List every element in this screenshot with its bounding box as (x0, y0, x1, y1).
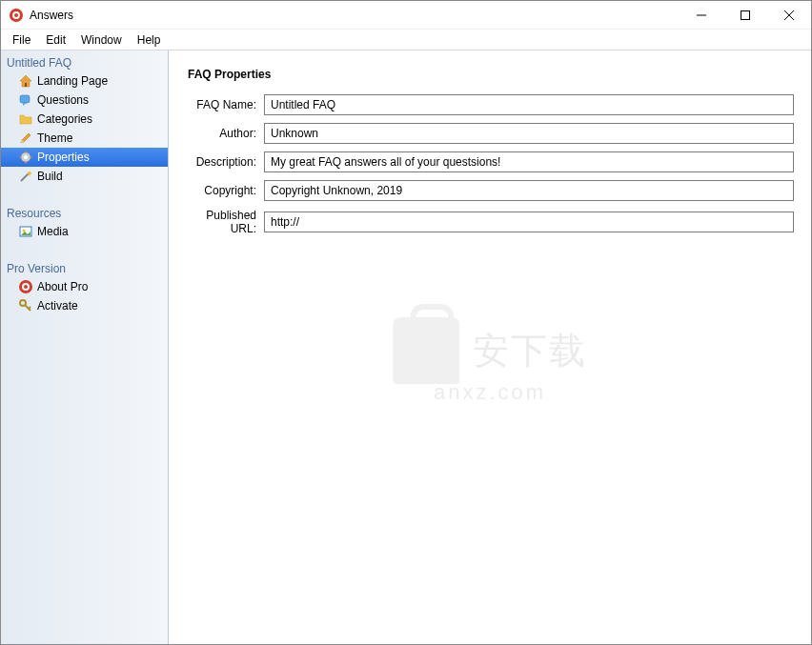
sidebar-item-about-pro[interactable]: About Pro (1, 277, 168, 296)
sidebar-item-label: Questions (37, 93, 89, 107)
menu-window[interactable]: Window (73, 31, 130, 49)
sidebar-section-faq: Untitled FAQ (1, 54, 168, 71)
sidebar-section-resources: Resources (1, 205, 168, 222)
window-controls (680, 1, 811, 30)
main-panel: FAQ Properties FAQ Name: Author: Descrip… (169, 50, 811, 644)
content-area: Untitled FAQ Landing Page Questions Cate… (1, 50, 811, 644)
svg-point-10 (24, 155, 28, 159)
row-author: Author: (188, 123, 794, 144)
window-title: Answers (30, 9, 680, 22)
about-pro-icon (18, 279, 33, 294)
input-author[interactable] (264, 123, 794, 144)
label-description: Description: (188, 155, 264, 169)
menubar: File Edit Window Help (1, 30, 811, 50)
sidebar-item-categories[interactable]: Categories (1, 110, 168, 129)
input-copyright[interactable] (264, 180, 794, 201)
watermark-bag-icon (393, 317, 459, 384)
gear-icon (18, 150, 33, 165)
sidebar-item-label: Categories (37, 112, 92, 126)
sidebar-item-label: Landing Page (37, 74, 108, 88)
input-description[interactable] (264, 151, 794, 172)
sidebar-item-build[interactable]: Build (1, 167, 168, 186)
sidebar-section-pro: Pro Version (1, 260, 168, 277)
label-published-url: Published URL: (188, 209, 264, 235)
label-author: Author: (188, 127, 264, 140)
row-copyright: Copyright: (188, 180, 794, 201)
sidebar-item-label: About Pro (37, 280, 88, 293)
label-copyright: Copyright: (188, 184, 264, 197)
input-published-url[interactable] (264, 212, 794, 232)
watermark: 安下载 anxz.com (393, 317, 586, 405)
svg-line-23 (29, 307, 30, 309)
wand-icon (18, 169, 33, 184)
sidebar-item-properties[interactable]: Properties (1, 148, 168, 167)
svg-rect-8 (20, 95, 30, 103)
key-icon (18, 298, 33, 313)
media-icon (18, 224, 33, 239)
titlebar: Answers (1, 1, 811, 30)
row-description: Description: (188, 151, 794, 172)
close-button[interactable] (767, 1, 811, 30)
label-faq-name: FAQ Name: (188, 98, 264, 111)
input-faq-name[interactable] (264, 94, 794, 115)
watermark-sub: anxz.com (393, 380, 586, 405)
svg-rect-7 (25, 83, 27, 87)
folder-icon (18, 111, 33, 127)
questions-icon (18, 92, 33, 108)
sidebar-item-label: Theme (37, 131, 72, 145)
sidebar-item-media[interactable]: Media (1, 222, 168, 241)
menu-edit[interactable]: Edit (38, 31, 73, 49)
sidebar-item-theme[interactable]: Theme (1, 129, 168, 148)
menu-help[interactable]: Help (130, 31, 169, 49)
maximize-button[interactable] (723, 1, 767, 30)
row-published-url: Published URL: (188, 209, 794, 235)
sidebar-item-label: Properties (37, 151, 90, 164)
svg-point-2 (14, 13, 18, 17)
sidebar-item-label: Activate (37, 299, 78, 312)
sidebar: Untitled FAQ Landing Page Questions Cate… (1, 50, 169, 644)
sidebar-item-activate[interactable]: Activate (1, 296, 168, 315)
svg-point-20 (24, 285, 28, 289)
row-faq-name: FAQ Name: (188, 94, 794, 115)
watermark-text: 安下载 (473, 327, 587, 375)
page-title: FAQ Properties (188, 68, 794, 81)
minimize-button[interactable] (680, 1, 723, 30)
pencil-icon (18, 131, 33, 146)
menu-file[interactable]: File (5, 31, 38, 49)
sidebar-item-landing-page[interactable]: Landing Page (1, 71, 168, 91)
home-icon (18, 73, 33, 89)
sidebar-item-questions[interactable]: Questions (1, 91, 168, 110)
sidebar-item-label: Build (37, 170, 63, 183)
svg-rect-4 (741, 10, 750, 19)
sidebar-item-label: Media (37, 225, 69, 238)
app-icon (9, 8, 24, 23)
